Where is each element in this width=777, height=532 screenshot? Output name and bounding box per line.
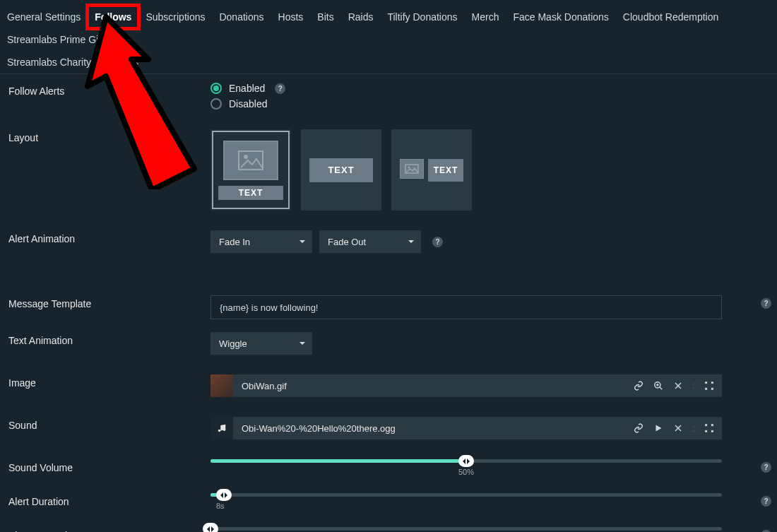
help-icon[interactable]: ? [761,496,771,507]
svg-rect-22 [711,430,713,432]
layout-text-label: TEXT [428,159,463,182]
follow-alerts-radio-group: Enabled ? Disabled [210,83,285,110]
tab-face-mask-donations[interactable]: Face Mask Donations [506,6,615,28]
enabled-text: Enabled [229,83,265,94]
svg-line-5 [660,387,663,390]
svg-rect-11 [711,382,713,384]
sound-file-name: Obi-Wan%20-%20Hello%20there.ogg [233,423,633,434]
follow-alerts-disabled-radio[interactable] [210,98,222,110]
layout-option-image-above-text[interactable]: TEXT [210,129,291,211]
image-file-name: ObiWan.gif [233,381,633,391]
alert-animation-in-dropdown[interactable]: Fade In [210,230,312,253]
layout-text-label: TEXT [218,186,283,200]
message-template-input[interactable] [210,295,722,319]
slider-thumb[interactable] [203,523,218,532]
svg-point-14 [218,430,221,432]
tab-cloudbot-redemption[interactable]: Cloudbot Redemption [616,6,725,28]
slider-thumb[interactable] [216,489,232,501]
expand-icon[interactable] [704,422,715,434]
svg-rect-12 [705,388,707,390]
tab-raids[interactable]: Raids [341,6,381,28]
tab-general-settings[interactable]: General Settings [0,6,88,28]
sound-file-row: Obi-Wan%20-%20Hello%20there.ogg : [210,417,722,439]
help-icon[interactable]: ? [761,462,771,473]
svg-rect-20 [711,424,713,426]
layout-text-label: TEXT [309,158,373,182]
image-file-row: ObiWan.gif : [210,374,722,397]
music-note-icon [210,417,233,439]
svg-point-1 [244,155,248,159]
svg-rect-21 [705,430,707,432]
svg-point-15 [223,429,226,432]
alert-animation-label: Alert Animation [8,230,210,244]
sound-volume-slider[interactable]: 50% [210,459,722,463]
tab-hosts[interactable]: Hosts [271,6,311,28]
settings-tabs: General Settings Follows Subscriptions D… [0,0,777,74]
alert-text-delay-label: Alert Text Delay [8,527,210,532]
tab-donations[interactable]: Donations [212,6,271,28]
image-thumbnail [210,374,233,397]
tab-streamlabs-charity-donations[interactable]: Streamlabs Charity Donations [0,51,146,73]
message-template-label: Message Template [8,295,210,309]
text-animation-label: Text Animation [8,332,210,346]
close-icon[interactable] [672,422,684,434]
help-icon[interactable]: ? [761,298,771,309]
layout-option-text-only[interactable]: TEXT [301,129,381,211]
tab-subscriptions[interactable]: Subscriptions [138,6,212,28]
zoom-icon[interactable] [653,380,664,391]
svg-rect-13 [711,388,713,390]
layout-option-image-beside-text[interactable]: TEXT [391,129,472,211]
alert-duration-label: Alert Duration [8,493,210,507]
image-placeholder-icon [400,159,424,179]
layout-label: Layout [8,129,210,143]
tab-tiltify-donations[interactable]: Tiltify Donations [380,6,464,28]
sound-label: Sound [8,417,210,431]
tab-bits[interactable]: Bits [310,6,340,28]
image-placeholder-icon [223,141,278,180]
alert-text-delay-slider[interactable]: 0s [210,527,722,531]
svg-rect-19 [705,424,707,426]
alert-animation-out-dropdown[interactable]: Fade Out [319,230,421,253]
play-icon[interactable] [653,422,664,434]
alert-duration-value: 8s [216,502,225,510]
link-icon[interactable] [633,380,644,391]
image-label: Image [8,374,210,389]
svg-rect-10 [705,382,707,384]
tab-streamlabs-prime-gift[interactable]: Streamlabs Prime Gift [0,28,111,51]
sound-volume-label: Sound Volume [8,459,210,473]
expand-icon[interactable] [704,380,715,391]
tab-follows[interactable]: Follows [88,6,138,28]
slider-thumb[interactable] [458,455,474,467]
help-icon[interactable]: ? [432,237,443,247]
alert-duration-slider[interactable]: 8s [210,493,722,497]
close-icon[interactable] [672,380,684,391]
disabled-text: Disabled [229,98,267,110]
link-icon[interactable] [633,422,644,434]
sound-volume-value: 50% [458,468,474,476]
tab-merch[interactable]: Merch [465,6,506,28]
text-animation-dropdown[interactable]: Wiggle [210,332,312,355]
help-icon[interactable]: ? [275,83,285,94]
svg-point-3 [408,166,410,168]
follow-alerts-enabled-radio[interactable] [210,83,222,94]
follow-alerts-label: Follow Alerts [8,83,210,97]
svg-marker-16 [656,425,662,432]
